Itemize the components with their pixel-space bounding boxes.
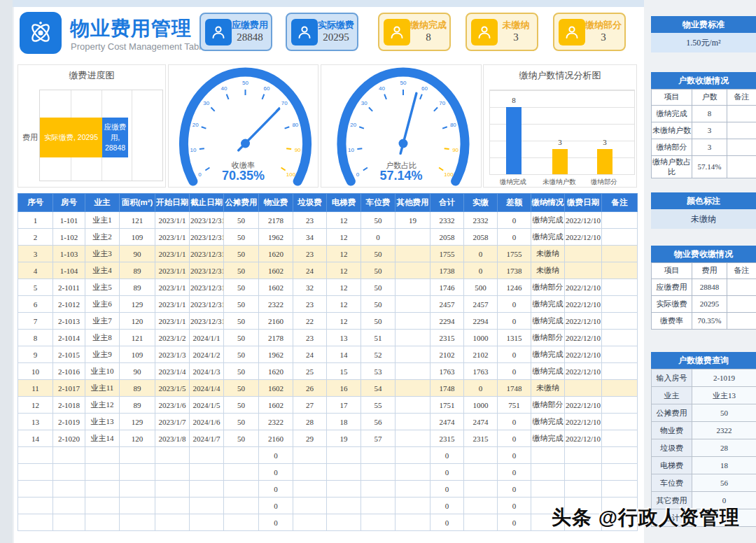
cell[interactable]: 50	[224, 414, 259, 430]
cell[interactable]: 1000	[464, 397, 498, 414]
cell[interactable]	[396, 414, 430, 430]
cell[interactable]	[155, 481, 190, 498]
cell[interactable]: 24	[293, 262, 327, 279]
cell[interactable]: 89	[120, 262, 155, 279]
cell[interactable]	[53, 464, 85, 481]
cell[interactable]	[396, 464, 430, 481]
cell[interactable]: 0	[430, 447, 464, 464]
cell[interactable]: 25	[293, 363, 327, 380]
cell[interactable]: 109	[120, 229, 155, 246]
cell[interactable]	[565, 380, 602, 397]
cell[interactable]: 0	[430, 464, 464, 481]
cell[interactable]: 0	[498, 363, 531, 380]
cell[interactable]	[602, 262, 638, 279]
cell[interactable]: 缴纳完成	[531, 346, 565, 363]
cell[interactable]: 业主3	[85, 246, 120, 262]
cell[interactable]: 23	[293, 246, 327, 262]
cell[interactable]	[602, 363, 638, 380]
cell[interactable]: 11	[18, 380, 53, 397]
cell[interactable]: 5	[18, 279, 53, 296]
cell[interactable]: 业主11	[85, 380, 120, 397]
cell[interactable]: 2023/1/1	[155, 229, 190, 246]
cell[interactable]: 50	[361, 296, 396, 313]
cell[interactable]: 13	[18, 414, 53, 430]
cell[interactable]	[602, 414, 638, 430]
cell[interactable]: 1748	[498, 380, 531, 397]
cell[interactable]: 26	[293, 380, 327, 397]
cell[interactable]: 2-1019	[53, 414, 85, 430]
cell[interactable]	[18, 481, 53, 498]
cell[interactable]: 0	[464, 380, 498, 397]
cell[interactable]	[293, 498, 327, 514]
cell[interactable]: 0	[259, 464, 293, 481]
cell[interactable]: 0	[259, 498, 293, 514]
cell[interactable]	[327, 514, 361, 531]
cell[interactable]: 19	[396, 212, 430, 229]
cell[interactable]: 2022/12/10	[565, 363, 602, 380]
cell[interactable]: 4	[18, 262, 53, 279]
cell[interactable]	[464, 464, 498, 481]
cell[interactable]	[155, 498, 190, 514]
cell[interactable]: 1751	[430, 397, 464, 414]
cell[interactable]: 14	[327, 346, 361, 363]
cell[interactable]: 0	[498, 447, 531, 464]
cell[interactable]: 12	[327, 262, 361, 279]
cell[interactable]: 缴纳完成	[531, 363, 565, 380]
cell[interactable]: 2294	[430, 313, 464, 330]
cell[interactable]: 2-1014	[53, 330, 85, 346]
cell[interactable]: 1602	[259, 397, 293, 414]
cell[interactable]: 2160	[259, 313, 293, 330]
cell[interactable]	[224, 481, 259, 498]
cell[interactable]	[293, 481, 327, 498]
cell[interactable]	[396, 313, 430, 330]
cell[interactable]: 2294	[464, 313, 498, 330]
cell[interactable]	[396, 262, 430, 279]
cell[interactable]: 12	[18, 397, 53, 414]
cell[interactable]: 34	[293, 229, 327, 246]
cell[interactable]: 1-101	[53, 212, 85, 229]
cell[interactable]: 2-1016	[53, 363, 85, 380]
cell[interactable]: 2023/1/1	[155, 212, 190, 229]
cell[interactable]: 2022/12/10	[565, 346, 602, 363]
cell[interactable]	[293, 514, 327, 531]
cell[interactable]	[602, 313, 638, 330]
cell[interactable]: 6	[18, 296, 53, 313]
cell[interactable]	[565, 246, 602, 262]
cell[interactable]	[361, 498, 396, 514]
cell[interactable]: 0	[259, 447, 293, 464]
cell[interactable]	[224, 464, 259, 481]
cell[interactable]: 2102	[430, 346, 464, 363]
cell[interactable]	[565, 481, 602, 498]
cell[interactable]: 2023/12/31	[190, 279, 224, 296]
cell[interactable]	[190, 464, 224, 481]
cell[interactable]	[361, 464, 396, 481]
cell[interactable]: 10	[18, 363, 53, 380]
cell[interactable]: 1620	[259, 246, 293, 262]
cell[interactable]	[602, 430, 638, 447]
cell[interactable]: 57	[361, 430, 396, 447]
cell[interactable]: 13	[327, 330, 361, 346]
cell[interactable]: 2024/1/4	[190, 380, 224, 397]
cell[interactable]	[565, 447, 602, 464]
cell[interactable]: 未缴纳	[531, 246, 565, 262]
cell[interactable]: 0	[498, 346, 531, 363]
cell[interactable]: 业主7	[85, 313, 120, 330]
cell[interactable]	[531, 447, 565, 464]
cell[interactable]: 2332	[464, 212, 498, 229]
cell[interactable]: 500	[464, 279, 498, 296]
cell[interactable]: 2474	[464, 414, 498, 430]
cell[interactable]: 业主4	[85, 262, 120, 279]
cell[interactable]	[361, 514, 396, 531]
cell[interactable]: 0	[464, 246, 498, 262]
cell[interactable]	[396, 447, 430, 464]
cell[interactable]: 0	[259, 514, 293, 531]
cell[interactable]	[396, 330, 430, 346]
cell[interactable]: 2023/1/1	[155, 262, 190, 279]
cell[interactable]	[602, 380, 638, 397]
cell[interactable]: 2023/1/1	[155, 296, 190, 313]
cell[interactable]: 2322	[259, 296, 293, 313]
cell[interactable]: 2-1012	[53, 296, 85, 313]
cell[interactable]: 50	[361, 262, 396, 279]
cell[interactable]: 12	[327, 279, 361, 296]
cell[interactable]: 16	[327, 380, 361, 397]
